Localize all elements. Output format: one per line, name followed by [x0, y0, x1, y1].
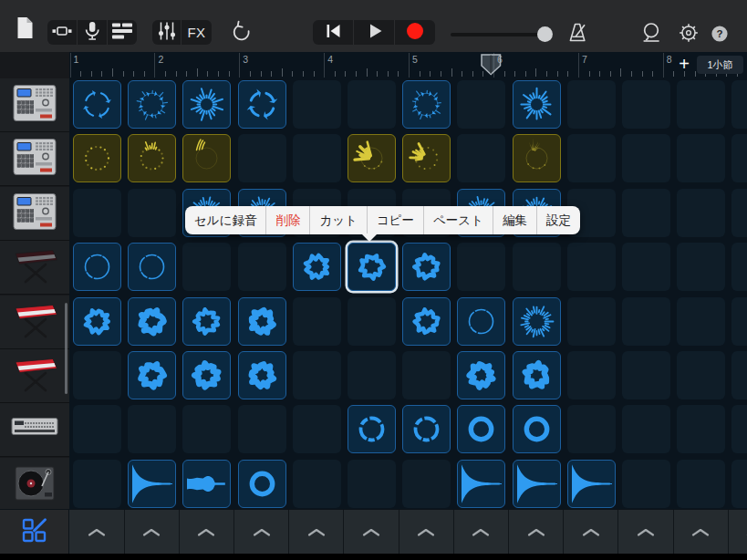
loop-cell-wave-ring[interactable] [182, 297, 231, 346]
skip-to-start-button[interactable] [313, 20, 353, 45]
empty-cell[interactable] [238, 134, 286, 182]
empty-cell[interactable] [128, 189, 176, 237]
column-trigger-button[interactable] [70, 510, 125, 555]
empty-cell[interactable] [182, 405, 231, 453]
loop-cell-broken-ring[interactable] [402, 405, 451, 453]
loop-cell-wave-ring-selected[interactable] [348, 243, 396, 291]
column-trigger-button[interactable] [509, 510, 564, 555]
empty-cell[interactable] [622, 243, 670, 291]
track-header-drum-machine[interactable] [0, 78, 69, 132]
empty-cell[interactable] [677, 460, 725, 508]
record-button[interactable] [395, 20, 435, 45]
empty-cell[interactable] [293, 351, 341, 399]
volume-slider[interactable] [451, 26, 553, 42]
playhead-icon[interactable] [481, 54, 502, 79]
loop-cell-wave-ring-thick[interactable] [513, 351, 561, 399]
empty-cell[interactable] [677, 405, 725, 453]
loop-cell-clean-ring[interactable] [513, 405, 561, 453]
empty-cell[interactable] [677, 351, 725, 399]
loop-cell-wave-ring-thick[interactable] [128, 297, 176, 346]
track-header-synth-module[interactable] [0, 403, 69, 457]
my-songs-button[interactable] [16, 16, 35, 43]
track-header-keyboard-dark[interactable] [0, 241, 69, 295]
loop-cell-wave-ring-thick[interactable] [238, 351, 286, 399]
help-button[interactable]: ? [711, 26, 728, 46]
loop-cell-arrow-ring[interactable] [128, 80, 176, 129]
empty-cell[interactable] [677, 134, 725, 182]
play-button[interactable] [354, 20, 394, 45]
loop-cell-wave-ring-thick[interactable] [182, 351, 231, 399]
metronome-button[interactable] [566, 22, 589, 47]
empty-cell[interactable] [567, 80, 616, 129]
loop-browser-button[interactable] [640, 22, 662, 47]
tracks-view-button[interactable] [108, 20, 137, 45]
empty-cell[interactable] [567, 134, 616, 182]
empty-cell[interactable] [457, 80, 505, 129]
empty-cell[interactable] [73, 351, 121, 399]
undo-button[interactable] [230, 20, 252, 46]
loop-cell-clean-ring[interactable] [457, 405, 505, 453]
loop-cell-wave-ring[interactable] [73, 297, 121, 346]
column-trigger-button[interactable] [234, 510, 289, 555]
volume-slider-knob[interactable] [537, 26, 553, 42]
bar-ruler[interactable]: 12345678 [69, 52, 747, 78]
empty-cell[interactable] [238, 405, 286, 453]
mixer-button[interactable] [152, 20, 181, 45]
loop-cell-wave-ring[interactable] [402, 243, 451, 291]
loop-cell-decay-wave[interactable] [457, 460, 505, 508]
empty-cell[interactable] [677, 243, 725, 291]
add-columns-button[interactable]: + [674, 53, 694, 75]
empty-cell[interactable] [622, 80, 670, 129]
empty-cell[interactable] [731, 405, 747, 453]
loop-cell-clean-ring[interactable] [238, 460, 286, 508]
column-trigger-button[interactable] [289, 510, 344, 555]
track-header-turntable[interactable] [0, 458, 69, 512]
empty-cell[interactable] [731, 243, 747, 291]
empty-cell[interactable] [293, 297, 341, 346]
loop-cell-decay-wave[interactable] [513, 460, 561, 508]
loop-cell-dot-ring[interactable] [73, 134, 121, 182]
empty-cell[interactable] [457, 134, 505, 182]
empty-cell[interactable] [293, 405, 341, 453]
empty-cell[interactable] [731, 297, 747, 346]
loop-cell-thin-circle[interactable] [457, 297, 505, 346]
empty-cell[interactable] [182, 243, 231, 291]
menu-item-4[interactable]: コピー [368, 206, 423, 234]
empty-cell[interactable] [622, 351, 670, 399]
empty-cell[interactable] [731, 351, 747, 399]
empty-cell[interactable] [73, 189, 121, 237]
cells-view-button[interactable] [47, 20, 77, 45]
empty-cell[interactable] [348, 297, 396, 346]
empty-cell[interactable] [293, 460, 341, 508]
empty-cell[interactable] [677, 80, 725, 129]
empty-cell[interactable] [622, 189, 670, 237]
empty-cell[interactable] [73, 405, 121, 453]
empty-cell[interactable] [567, 243, 616, 291]
loop-cell-thin-circle[interactable] [73, 243, 121, 291]
empty-cell[interactable] [348, 351, 396, 399]
empty-cell[interactable] [622, 297, 670, 346]
column-trigger-button[interactable] [125, 510, 180, 555]
loop-cell-broken-ring[interactable] [348, 405, 396, 453]
loop-cell-starburst[interactable] [513, 80, 561, 129]
loop-cell-dot-ring-burst[interactable] [128, 134, 176, 182]
empty-cell[interactable] [731, 134, 747, 182]
menu-item-3[interactable]: カット [310, 206, 366, 234]
empty-cell[interactable] [402, 351, 451, 399]
settings-button[interactable] [678, 22, 700, 47]
empty-cell[interactable] [567, 297, 616, 346]
edit-cells-button[interactable] [0, 510, 69, 555]
menu-item-2[interactable]: 削除 [266, 206, 309, 234]
loop-cell-arrow-loop[interactable] [73, 80, 121, 129]
track-header-drum-machine[interactable] [0, 132, 69, 186]
loop-cell-arrow-ring[interactable] [402, 80, 451, 129]
column-trigger-button[interactable] [180, 510, 234, 555]
loop-cell-arrow-loop-big[interactable] [238, 80, 286, 129]
empty-cell[interactable] [293, 80, 341, 129]
empty-cell[interactable] [238, 243, 286, 291]
empty-cell[interactable] [677, 189, 725, 237]
column-trigger-button[interactable] [564, 510, 618, 555]
column-trigger-button[interactable] [399, 510, 454, 555]
loop-cell-starburst[interactable] [182, 80, 231, 129]
empty-cell[interactable] [731, 189, 747, 237]
